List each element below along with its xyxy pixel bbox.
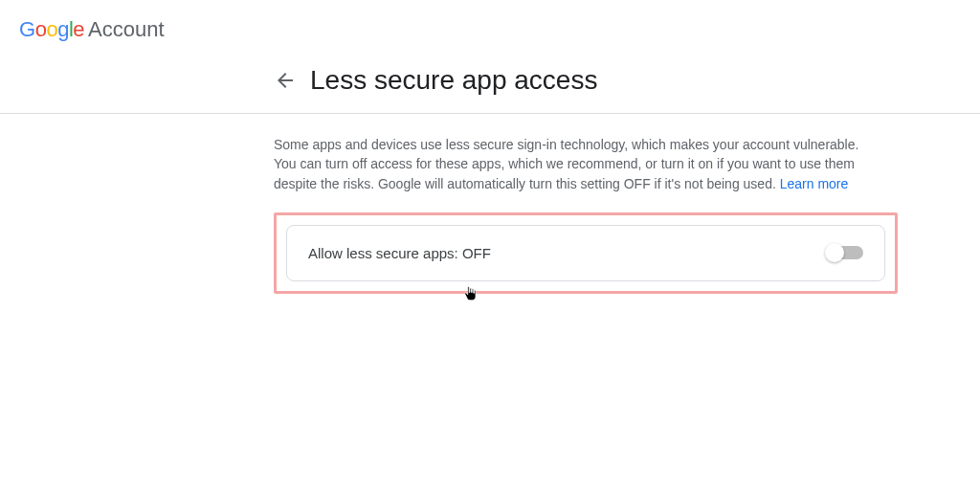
google-logo: Google xyxy=(19,17,84,42)
page-title-row: Less secure app access xyxy=(0,56,980,113)
back-arrow-icon[interactable] xyxy=(274,69,297,92)
toggle-label: Allow less secure apps: OFF xyxy=(308,245,491,261)
content-area: Some apps and devices use less secure si… xyxy=(0,114,880,294)
description-body: Some apps and devices use less secure si… xyxy=(274,137,858,191)
highlight-box: Allow less secure apps: OFF xyxy=(274,212,898,294)
learn-more-link[interactable]: Learn more xyxy=(780,176,849,191)
description-text: Some apps and devices use less secure si… xyxy=(274,135,875,193)
toggle-card: Allow less secure apps: OFF xyxy=(286,225,885,281)
allow-less-secure-toggle[interactable] xyxy=(829,246,863,259)
switch-thumb xyxy=(825,243,844,262)
page-title: Less secure app access xyxy=(310,65,597,96)
app-header: Google Account xyxy=(0,0,980,56)
account-text: Account xyxy=(88,17,165,42)
